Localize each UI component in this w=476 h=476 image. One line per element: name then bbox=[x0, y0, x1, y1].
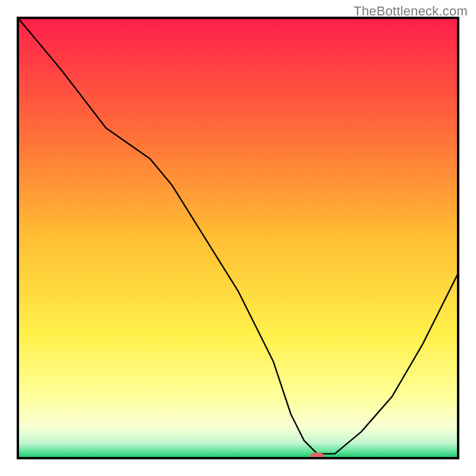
bottleneck-chart bbox=[0, 0, 476, 476]
plot-background bbox=[18, 18, 458, 458]
chart-container: TheBottleneck.com bbox=[0, 0, 476, 476]
watermark-text: TheBottleneck.com bbox=[353, 4, 468, 19]
